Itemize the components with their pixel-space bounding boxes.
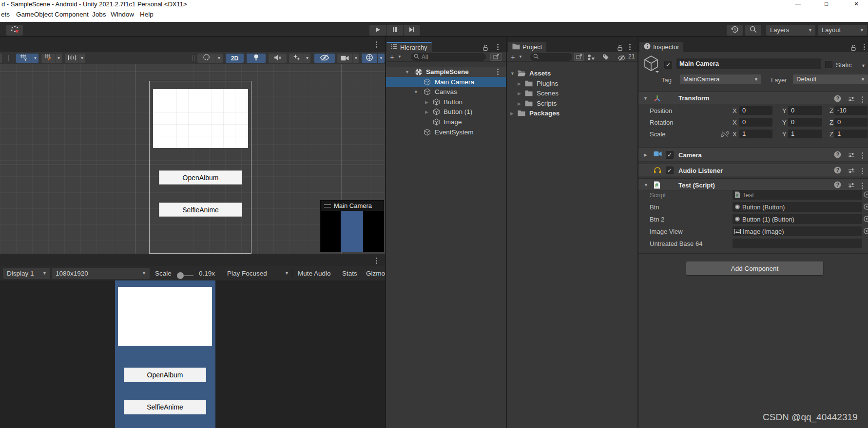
transform-scale-x-field[interactable]: 1 <box>739 130 772 138</box>
game-selfieanime-button[interactable]: SelfieAnime <box>124 400 206 414</box>
hierarchy-item-eventsystem[interactable]: EventSystem <box>386 127 506 137</box>
hierarchy-kebab-icon[interactable] <box>497 46 499 48</box>
presets-icon[interactable] <box>848 95 855 104</box>
draw-mode-button[interactable] <box>197 54 215 63</box>
kebab-icon[interactable] <box>862 185 863 186</box>
camera-settings-arrow[interactable]: ▼ <box>352 54 359 63</box>
lock-icon[interactable] <box>850 44 857 53</box>
object-field-btn-2[interactable]: Button (1) (Button) <box>733 214 862 224</box>
component-header-audio-listener[interactable]: ✓Audio Listener? <box>638 164 868 176</box>
grid-snap-button[interactable]: Y <box>16 54 32 63</box>
toggle-2d-button[interactable]: 2D <box>226 54 244 63</box>
maximize-search-button[interactable] <box>490 53 502 61</box>
grid-snap-arrow[interactable]: ▼ <box>32 54 39 63</box>
transform-position-z-field[interactable]: -10 <box>834 106 868 115</box>
scene-menu-kebab-icon[interactable] <box>376 44 377 45</box>
display-dropdown[interactable]: Display 1▼ <box>3 268 50 279</box>
snap-increment-arrow[interactable]: ▼ <box>55 54 62 63</box>
resolution-dropdown[interactable]: 1080x1920▼ <box>52 268 150 279</box>
hierarchy-item-image[interactable]: Image <box>386 117 506 127</box>
tool-snap-arrow[interactable]: ▼ <box>78 54 85 63</box>
camera-settings-button[interactable] <box>337 54 352 63</box>
lighting-toggle-button[interactable] <box>247 54 266 63</box>
gizmos-button[interactable] <box>362 54 377 63</box>
help-icon[interactable]: ? <box>834 151 841 160</box>
play-focused-dropdown[interactable]: Play Focused <box>227 268 267 279</box>
add-asset-button[interactable]: + <box>511 53 515 61</box>
transform-rotation-z-field[interactable]: 0 <box>834 118 868 127</box>
object-picker-icon[interactable] <box>863 215 868 223</box>
kebab-icon[interactable] <box>862 170 863 172</box>
hierarchy-item-canvas[interactable]: ▼Canvas <box>386 87 506 97</box>
transform-position-y-field[interactable]: 0 <box>788 106 822 115</box>
object-field-btn[interactable]: Button (Button) <box>733 202 862 212</box>
foldout-arrow[interactable]: ▶ <box>644 152 647 157</box>
transform-header[interactable]: ▼ Transform ? <box>638 92 868 104</box>
layers-dropdown[interactable]: Layers▼ <box>766 25 815 36</box>
tool-snap-button[interactable] <box>65 54 78 63</box>
transform-rotation-y-field[interactable]: 0 <box>788 118 822 127</box>
help-icon[interactable]: ? <box>834 167 841 176</box>
kebab-icon[interactable] <box>862 99 863 100</box>
maximize-button[interactable]: □ <box>825 0 828 7</box>
active-checkbox[interactable]: ✓ <box>664 61 672 69</box>
transform-position-x-field[interactable]: 0 <box>739 106 772 115</box>
project-search-input[interactable] <box>530 53 572 61</box>
tag-dropdown[interactable]: MainCamera▼ <box>680 74 761 84</box>
hierarchy-item-samplescene[interactable]: ▼SampleScene <box>386 67 506 77</box>
tab-inspector[interactable]: Inspector <box>639 42 683 52</box>
step-button[interactable] <box>404 25 420 36</box>
search-by-label-icon[interactable] <box>602 54 609 62</box>
play-button[interactable] <box>369 25 386 36</box>
project-item-assets[interactable]: ▼Assets <box>507 68 637 78</box>
maximize-search-button[interactable] <box>574 53 584 61</box>
layer-dropdown[interactable]: Default▼ <box>793 74 868 84</box>
inspector-kebab-icon[interactable] <box>864 46 865 48</box>
static-checkbox[interactable] <box>825 61 832 68</box>
menu-help[interactable]: Help <box>140 11 154 18</box>
minimize-button[interactable]: — <box>795 0 801 7</box>
stats-toggle[interactable]: Stats <box>342 268 357 279</box>
search-button[interactable] <box>745 25 761 36</box>
link-broken-icon[interactable] <box>721 131 729 137</box>
scene-viewport[interactable]: OpenAlbum SelfieAnime Main Camera <box>0 64 385 254</box>
menu-gameobject[interactable]: GameObject <box>16 11 53 18</box>
game-openalbum-button[interactable]: OpenAlbum <box>124 368 206 382</box>
project-item-plugins[interactable]: ▶Plugins <box>507 78 637 89</box>
transform-scale-z-field[interactable]: 1 <box>834 130 868 138</box>
game-menu-kebab-icon[interactable] <box>376 260 377 261</box>
project-item-scripts[interactable]: ▶Scripts <box>507 98 637 109</box>
object-picker-icon[interactable] <box>863 191 868 198</box>
pause-button[interactable] <box>386 25 403 36</box>
project-item-packages[interactable]: ▶Packages <box>507 108 637 118</box>
effects-arrow[interactable]: ▼ <box>304 54 310 63</box>
undo-history-button[interactable] <box>727 25 743 36</box>
help-icon[interactable]: ? <box>834 181 841 190</box>
menu-window[interactable]: Window <box>111 11 134 18</box>
menu-component[interactable]: Component <box>55 11 89 18</box>
object-picker-icon[interactable] <box>863 227 868 235</box>
draw-mode-arrow[interactable]: ▼ <box>215 54 223 63</box>
presets-icon[interactable] <box>848 182 855 190</box>
hierarchy-item-main-camera[interactable]: Main Camera <box>386 77 506 87</box>
collab-error-button[interactable] <box>6 25 23 36</box>
audio-toggle-button[interactable] <box>269 54 287 63</box>
effects-toggle-button[interactable] <box>289 54 304 63</box>
search-by-type-icon[interactable] <box>587 54 595 62</box>
menu-assets[interactable]: ets <box>1 11 10 18</box>
help-icon[interactable]: ? <box>834 95 841 104</box>
snap-increment-button[interactable] <box>41 54 55 63</box>
tab-hierarchy[interactable]: Hierarchy <box>386 42 432 52</box>
enable-checkbox[interactable]: ✓ <box>666 151 674 159</box>
menu-jobs[interactable]: Jobs <box>92 11 106 18</box>
hierarchy-search-input[interactable]: All <box>411 53 486 61</box>
component-header-camera[interactable]: ▶✓Camera? <box>638 147 868 162</box>
transform-scale-y-field[interactable]: 1 <box>788 130 822 138</box>
project-kebab-icon[interactable] <box>629 46 631 48</box>
name-field[interactable]: Main Camera <box>676 58 821 69</box>
hierarchy-item-button[interactable]: ▶Button <box>386 97 506 107</box>
presets-icon[interactable] <box>848 167 855 176</box>
static-arrow[interactable]: ▼ <box>861 63 866 68</box>
tab-project[interactable]: Project <box>508 42 546 52</box>
object-picker-icon[interactable] <box>863 203 868 210</box>
